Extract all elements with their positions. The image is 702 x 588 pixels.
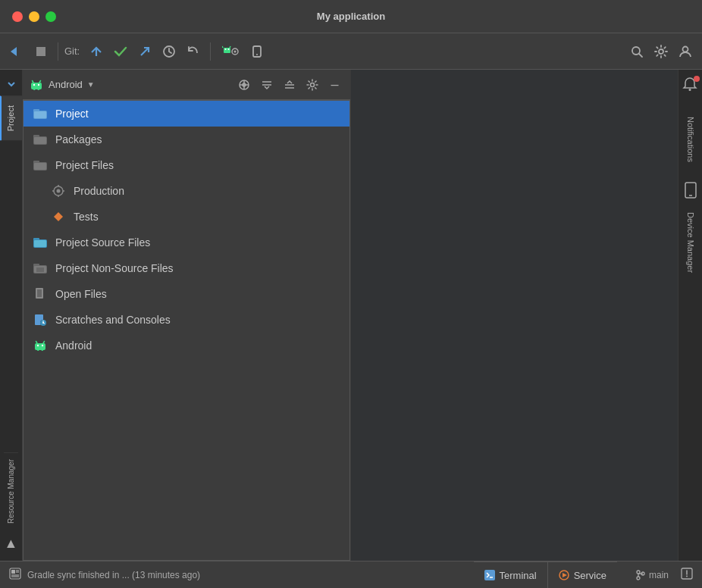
- svg-line-15: [639, 54, 642, 57]
- terminal-icon: [484, 570, 495, 580]
- bottom-tabs: Terminal Service: [474, 561, 617, 589]
- collapse-all-icon[interactable]: [258, 76, 276, 94]
- svg-rect-42: [34, 163, 46, 170]
- svg-line-70: [36, 342, 38, 344]
- minimize-button[interactable]: [29, 11, 39, 22]
- menu-item-scratches[interactable]: Scratches and Consoles: [24, 307, 349, 333]
- device-manager-sidebar-icon[interactable]: [683, 182, 698, 202]
- android-label: Android: [55, 339, 92, 352]
- settings-icon[interactable]: [650, 41, 672, 62]
- expand-all-icon[interactable]: [280, 76, 299, 94]
- panel-dropdown-arrow[interactable]: ▼: [87, 80, 95, 89]
- panel-header: Android ▼: [23, 70, 350, 100]
- branch-info[interactable]: main: [635, 570, 669, 580]
- git-undo-icon[interactable]: [183, 41, 204, 62]
- build-icon[interactable]: ▲: [5, 536, 18, 552]
- non-source-folder-icon: [33, 261, 48, 276]
- view-dropdown: Project Packages: [23, 100, 350, 561]
- menu-item-packages[interactable]: Packages: [24, 127, 349, 152]
- right-tab-notifications[interactable]: Notifications: [683, 114, 698, 165]
- svg-line-3: [141, 48, 149, 55]
- svg-rect-60: [37, 289, 42, 297]
- stop-icon[interactable]: [30, 41, 52, 62]
- panel-minimize-icon[interactable]: –: [326, 76, 344, 94]
- menu-item-production[interactable]: Production: [24, 178, 349, 204]
- svg-rect-77: [10, 568, 20, 579]
- branch-name: main: [649, 570, 669, 580]
- scratches-label: Scratches and Consoles: [55, 314, 171, 326]
- git-label: Git:: [64, 45, 80, 57]
- svg-point-11: [234, 50, 237, 52]
- left-sidebar: Project Resource Manager ▲: [0, 70, 23, 561]
- window-title: My application: [317, 11, 385, 22]
- svg-point-93: [686, 575, 688, 577]
- separator-1: [58, 42, 58, 61]
- svg-marker-86: [563, 573, 567, 577]
- svg-rect-52: [34, 240, 46, 247]
- device-manager-icon[interactable]: [247, 41, 268, 62]
- svg-point-17: [683, 46, 688, 52]
- project-label: Project: [55, 108, 89, 120]
- panel-settings-icon[interactable]: [303, 76, 321, 94]
- account-icon[interactable]: [675, 41, 696, 62]
- expand-icon[interactable]: [6, 41, 27, 62]
- terminal-tab[interactable]: Terminal: [474, 561, 547, 589]
- sidebar-bottom-icons: Resource Manager ▲: [4, 452, 18, 561]
- sidebar-tab-project[interactable]: Project: [0, 95, 22, 140]
- svg-line-9: [230, 46, 230, 48]
- svg-point-68: [37, 345, 39, 346]
- svg-rect-67: [35, 343, 45, 350]
- svg-marker-49: [54, 212, 63, 221]
- svg-rect-72: [37, 349, 39, 351]
- warning-icon[interactable]: [681, 568, 693, 583]
- title-bar: My application: [0, 0, 702, 33]
- svg-rect-24: [38, 88, 40, 90]
- menu-item-android[interactable]: Android: [24, 333, 349, 358]
- svg-rect-78: [11, 570, 15, 574]
- content-area: [350, 70, 678, 561]
- svg-line-71: [43, 342, 45, 344]
- project-files-label: Project Files: [55, 159, 114, 171]
- menu-item-project-files[interactable]: Project Files: [24, 152, 349, 178]
- packages-folder-icon: [33, 132, 48, 147]
- status-bar-left: Gradle sync finished in ... (13 minutes …: [9, 568, 468, 583]
- git-history-icon[interactable]: [158, 41, 180, 62]
- notification-icon-container[interactable]: [682, 76, 700, 94]
- menu-item-project-source[interactable]: Project Source Files: [24, 230, 349, 255]
- source-files-label: Project Source Files: [55, 236, 150, 249]
- window-controls: [12, 11, 56, 22]
- search-everywhere-icon[interactable]: [626, 41, 647, 62]
- non-source-label: Project Non-Source Files: [55, 262, 174, 274]
- run-config-icon[interactable]: [217, 41, 244, 62]
- notification-badge: [694, 76, 700, 82]
- locate-icon[interactable]: [235, 76, 253, 94]
- collapse-icon[interactable]: [0, 73, 23, 95]
- project-panel: Android ▼: [23, 70, 350, 561]
- right-tab-device-manager[interactable]: Device Manager: [683, 209, 698, 276]
- svg-rect-23: [33, 88, 36, 90]
- source-folder-icon: [33, 235, 48, 250]
- svg-rect-5: [224, 48, 230, 53]
- service-icon: [559, 570, 569, 580]
- svg-line-22: [39, 80, 41, 83]
- svg-rect-18: [31, 83, 42, 89]
- service-tab[interactable]: Service: [547, 561, 617, 589]
- git-commit-icon[interactable]: [110, 41, 131, 62]
- sidebar-tab-resource-manager[interactable]: Resource Manager: [4, 452, 18, 530]
- menu-item-tests[interactable]: Tests: [24, 204, 349, 230]
- menu-item-open-files[interactable]: Open Files: [24, 281, 349, 307]
- svg-point-69: [42, 345, 43, 346]
- close-button[interactable]: [12, 11, 23, 22]
- maximize-button[interactable]: [45, 11, 56, 22]
- menu-item-non-source[interactable]: Project Non-Source Files: [24, 255, 349, 281]
- git-push-icon[interactable]: [134, 41, 155, 62]
- svg-line-8: [222, 46, 223, 48]
- scratches-icon: [33, 312, 48, 327]
- open-files-label: Open Files: [55, 288, 107, 300]
- project-folder-icon: [33, 106, 48, 121]
- status-bar: Gradle sync finished in ... (13 minutes …: [0, 561, 702, 588]
- menu-item-project[interactable]: Project: [24, 101, 349, 127]
- main-toolbar: Git:: [0, 33, 702, 70]
- tests-icon: [51, 209, 66, 224]
- git-update-icon[interactable]: [86, 41, 107, 62]
